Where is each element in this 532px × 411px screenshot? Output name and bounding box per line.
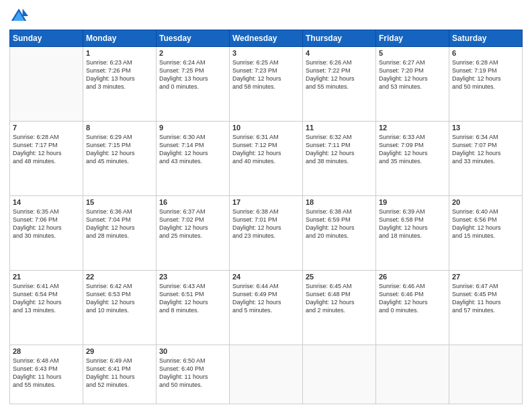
calendar-cell bbox=[449, 345, 523, 404]
calendar-cell: 8Sunrise: 6:29 AMSunset: 7:15 PMDaylight… bbox=[83, 121, 157, 195]
day-number: 19 bbox=[379, 198, 446, 206]
day-number: 12 bbox=[379, 124, 446, 132]
day-info: Sunrise: 6:49 AMSunset: 6:41 PMDaylight:… bbox=[86, 357, 153, 390]
day-number: 17 bbox=[232, 198, 300, 206]
day-number: 22 bbox=[86, 273, 153, 281]
calendar-cell: 28Sunrise: 6:48 AMSunset: 6:43 PMDayligh… bbox=[10, 345, 83, 404]
day-info: Sunrise: 6:28 AMSunset: 7:17 PMDaylight:… bbox=[13, 133, 80, 166]
weekday-header-thursday: Thursday bbox=[303, 30, 376, 47]
calendar-cell: 18Sunrise: 6:38 AMSunset: 6:59 PMDayligh… bbox=[303, 195, 376, 270]
day-info: Sunrise: 6:38 AMSunset: 6:59 PMDaylight:… bbox=[306, 208, 373, 240]
day-number: 18 bbox=[306, 198, 373, 206]
day-number: 13 bbox=[452, 124, 519, 132]
day-info: Sunrise: 6:39 AMSunset: 6:58 PMDaylight:… bbox=[379, 208, 446, 240]
day-number: 25 bbox=[306, 273, 373, 281]
calendar-cell: 1Sunrise: 6:23 AMSunset: 7:26 PMDaylight… bbox=[83, 47, 157, 122]
calendar-cell: 29Sunrise: 6:49 AMSunset: 6:41 PMDayligh… bbox=[83, 345, 157, 404]
day-number: 4 bbox=[306, 49, 373, 57]
day-number: 29 bbox=[86, 347, 153, 355]
calendar-cell: 23Sunrise: 6:43 AMSunset: 6:51 PMDayligh… bbox=[157, 270, 230, 345]
week-row-4: 21Sunrise: 6:41 AMSunset: 6:54 PMDayligh… bbox=[10, 270, 523, 345]
calendar-cell: 16Sunrise: 6:37 AMSunset: 7:02 PMDayligh… bbox=[157, 195, 230, 270]
day-info: Sunrise: 6:32 AMSunset: 7:11 PMDaylight:… bbox=[306, 133, 373, 166]
day-number: 27 bbox=[452, 273, 519, 281]
day-number: 23 bbox=[159, 273, 226, 281]
calendar-cell: 5Sunrise: 6:27 AMSunset: 7:20 PMDaylight… bbox=[376, 47, 449, 122]
weekday-header-tuesday: Tuesday bbox=[157, 30, 230, 47]
day-number: 5 bbox=[379, 49, 446, 57]
week-row-3: 14Sunrise: 6:35 AMSunset: 7:06 PMDayligh… bbox=[10, 195, 523, 270]
day-info: Sunrise: 6:28 AMSunset: 7:19 PMDaylight:… bbox=[452, 58, 519, 91]
day-number: 8 bbox=[86, 124, 153, 132]
weekday-header-monday: Monday bbox=[83, 30, 157, 47]
calendar-cell bbox=[303, 345, 376, 404]
day-info: Sunrise: 6:26 AMSunset: 7:22 PMDaylight:… bbox=[306, 58, 373, 91]
day-number: 24 bbox=[232, 273, 300, 281]
day-number: 6 bbox=[452, 49, 519, 57]
calendar-cell: 20Sunrise: 6:40 AMSunset: 6:56 PMDayligh… bbox=[449, 195, 523, 270]
day-info: Sunrise: 6:44 AMSunset: 6:49 PMDaylight:… bbox=[232, 282, 300, 315]
calendar-cell: 3Sunrise: 6:25 AMSunset: 7:23 PMDaylight… bbox=[230, 47, 303, 122]
day-info: Sunrise: 6:23 AMSunset: 7:26 PMDaylight:… bbox=[86, 58, 153, 91]
day-info: Sunrise: 6:24 AMSunset: 7:25 PMDaylight:… bbox=[159, 58, 226, 91]
week-row-1: 1Sunrise: 6:23 AMSunset: 7:26 PMDaylight… bbox=[10, 47, 523, 122]
day-info: Sunrise: 6:25 AMSunset: 7:23 PMDaylight:… bbox=[232, 58, 300, 91]
week-row-5: 28Sunrise: 6:48 AMSunset: 6:43 PMDayligh… bbox=[10, 345, 523, 404]
calendar-cell: 27Sunrise: 6:47 AMSunset: 6:45 PMDayligh… bbox=[449, 270, 523, 345]
weekday-header-saturday: Saturday bbox=[449, 30, 523, 47]
calendar-cell: 21Sunrise: 6:41 AMSunset: 6:54 PMDayligh… bbox=[10, 270, 83, 345]
day-info: Sunrise: 6:40 AMSunset: 6:56 PMDaylight:… bbox=[452, 208, 519, 240]
weekday-header-wednesday: Wednesday bbox=[230, 30, 303, 47]
day-info: Sunrise: 6:45 AMSunset: 6:48 PMDaylight:… bbox=[306, 282, 373, 315]
day-number: 30 bbox=[159, 347, 226, 355]
calendar-cell: 10Sunrise: 6:31 AMSunset: 7:12 PMDayligh… bbox=[230, 121, 303, 195]
day-info: Sunrise: 6:38 AMSunset: 7:01 PMDaylight:… bbox=[232, 208, 300, 240]
day-number: 16 bbox=[159, 198, 226, 206]
svg-marker-2 bbox=[23, 9, 28, 16]
calendar-cell: 9Sunrise: 6:30 AMSunset: 7:14 PMDaylight… bbox=[157, 121, 230, 195]
calendar-cell: 13Sunrise: 6:34 AMSunset: 7:07 PMDayligh… bbox=[449, 121, 523, 195]
day-number: 7 bbox=[13, 124, 80, 132]
day-info: Sunrise: 6:35 AMSunset: 7:06 PMDaylight:… bbox=[13, 208, 80, 240]
calendar-cell: 4Sunrise: 6:26 AMSunset: 7:22 PMDaylight… bbox=[303, 47, 376, 122]
day-number: 9 bbox=[159, 124, 226, 132]
calendar-cell: 17Sunrise: 6:38 AMSunset: 7:01 PMDayligh… bbox=[230, 195, 303, 270]
day-number: 3 bbox=[232, 49, 300, 57]
day-info: Sunrise: 6:27 AMSunset: 7:20 PMDaylight:… bbox=[379, 58, 446, 91]
calendar-cell: 6Sunrise: 6:28 AMSunset: 7:19 PMDaylight… bbox=[449, 47, 523, 122]
header bbox=[9, 7, 523, 26]
day-info: Sunrise: 6:48 AMSunset: 6:43 PMDaylight:… bbox=[13, 357, 80, 390]
calendar-cell: 15Sunrise: 6:36 AMSunset: 7:04 PMDayligh… bbox=[83, 195, 157, 270]
weekday-header-friday: Friday bbox=[376, 30, 449, 47]
calendar-cell: 12Sunrise: 6:33 AMSunset: 7:09 PMDayligh… bbox=[376, 121, 449, 195]
calendar-cell bbox=[376, 345, 449, 404]
day-number: 10 bbox=[232, 124, 300, 132]
day-info: Sunrise: 6:37 AMSunset: 7:02 PMDaylight:… bbox=[159, 208, 226, 240]
calendar-cell bbox=[230, 345, 303, 404]
day-number: 15 bbox=[86, 198, 153, 206]
day-info: Sunrise: 6:36 AMSunset: 7:04 PMDaylight:… bbox=[86, 208, 153, 240]
page: SundayMondayTuesdayWednesdayThursdayFrid… bbox=[0, 0, 532, 411]
calendar-cell: 25Sunrise: 6:45 AMSunset: 6:48 PMDayligh… bbox=[303, 270, 376, 345]
calendar: SundayMondayTuesdayWednesdayThursdayFrid… bbox=[9, 30, 523, 404]
day-number: 11 bbox=[306, 124, 373, 132]
day-info: Sunrise: 6:41 AMSunset: 6:54 PMDaylight:… bbox=[13, 282, 80, 315]
day-number: 14 bbox=[13, 198, 80, 206]
logo-icon bbox=[9, 7, 28, 26]
calendar-cell: 24Sunrise: 6:44 AMSunset: 6:49 PMDayligh… bbox=[230, 270, 303, 345]
calendar-cell: 30Sunrise: 6:50 AMSunset: 6:40 PMDayligh… bbox=[157, 345, 230, 404]
logo bbox=[9, 7, 30, 26]
day-info: Sunrise: 6:31 AMSunset: 7:12 PMDaylight:… bbox=[232, 133, 300, 166]
day-info: Sunrise: 6:29 AMSunset: 7:15 PMDaylight:… bbox=[86, 133, 153, 166]
day-number: 1 bbox=[86, 49, 153, 57]
day-number: 26 bbox=[379, 273, 446, 281]
calendar-cell: 14Sunrise: 6:35 AMSunset: 7:06 PMDayligh… bbox=[10, 195, 83, 270]
calendar-cell: 26Sunrise: 6:46 AMSunset: 6:46 PMDayligh… bbox=[376, 270, 449, 345]
day-info: Sunrise: 6:46 AMSunset: 6:46 PMDaylight:… bbox=[379, 282, 446, 315]
day-info: Sunrise: 6:33 AMSunset: 7:09 PMDaylight:… bbox=[379, 133, 446, 166]
day-info: Sunrise: 6:43 AMSunset: 6:51 PMDaylight:… bbox=[159, 282, 226, 315]
calendar-cell: 2Sunrise: 6:24 AMSunset: 7:25 PMDaylight… bbox=[157, 47, 230, 122]
day-number: 28 bbox=[13, 347, 80, 355]
weekday-header-row: SundayMondayTuesdayWednesdayThursdayFrid… bbox=[10, 30, 523, 47]
day-info: Sunrise: 6:34 AMSunset: 7:07 PMDaylight:… bbox=[452, 133, 519, 166]
